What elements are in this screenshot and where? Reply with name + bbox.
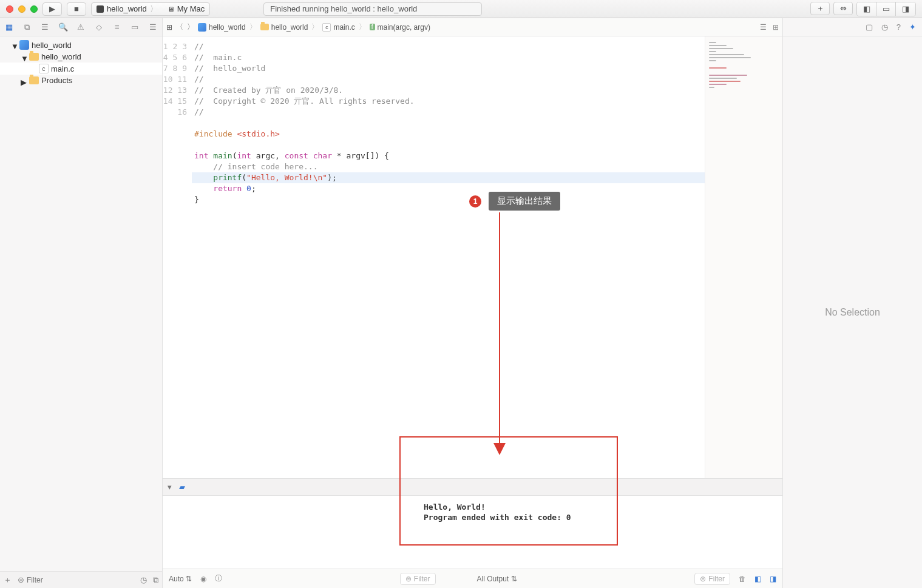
console-area: Hello, World! Program ended with exit co… xyxy=(163,496,782,569)
editor-outline-button[interactable]: ☰ xyxy=(760,23,767,32)
chevron-right-icon: 〉 xyxy=(311,22,319,32)
navigator-tabs: ▦ ⧉ ☰ 🔍 ⚠ ◇ ≡ ▭ ☰ xyxy=(0,18,162,36)
folder-icon xyxy=(29,76,39,84)
symbol-navigator-tab[interactable]: ☰ xyxy=(40,22,50,32)
project-navigator-tab[interactable]: ▦ xyxy=(4,22,14,32)
run-button[interactable]: ▶ xyxy=(42,2,62,16)
navigator-filter[interactable]: ⊜ xyxy=(18,575,134,584)
file-label: main.c xyxy=(51,64,74,73)
breakpoint-navigator-tab[interactable]: ▭ xyxy=(130,22,140,32)
window-controls xyxy=(6,5,38,13)
titlebar: ▶ ■ hello_world〉 🖥My Mac Finished runnin… xyxy=(0,0,922,18)
auto-label: Auto xyxy=(169,575,184,583)
history-inspector-tab[interactable]: ◷ xyxy=(881,22,888,32)
back-button[interactable]: 〈 xyxy=(176,22,183,32)
line-gutter: 1 2 3 4 5 6 7 8 9 10 11 12 13 14 15 16 xyxy=(163,36,192,478)
monitor-icon: 🖥 xyxy=(168,5,174,13)
report-navigator-tab[interactable]: ☰ xyxy=(148,22,158,32)
add-editor-button[interactable]: ⊞ xyxy=(773,23,779,32)
debug-bottom-bar: Auto ⇅ ◉ ⓘ ⊜Filter All Output ⇅ ⊜Filter … xyxy=(163,569,782,588)
auto-dropdown[interactable]: Auto ⇅ xyxy=(169,575,192,583)
debug-dropdown-icon[interactable]: ▾ xyxy=(168,482,172,492)
code-content[interactable]: //// main.c// hello_world//// Created by… xyxy=(192,36,705,478)
filter-placeholder: Filter xyxy=(708,575,725,583)
folder-row-products[interactable]: ▶ Products xyxy=(0,75,162,86)
breakpoint-toggle-icon[interactable]: ▰ xyxy=(179,482,185,492)
console-filter[interactable]: ⊜Filter xyxy=(694,573,730,585)
scm-icon[interactable]: ⧉ xyxy=(153,575,158,585)
attributes-inspector-tab[interactable]: ✦ xyxy=(909,22,916,32)
inspector-placeholder: No Selection xyxy=(825,307,880,318)
jumpbar-segment-project[interactable]: hello_world xyxy=(198,23,246,32)
filter-icon: ⊜ xyxy=(405,575,412,583)
zoom-window-button[interactable] xyxy=(30,5,38,13)
activity-status: Finished running hello_world : hello_wor… xyxy=(263,2,482,16)
code-review-button[interactable]: ⇔ xyxy=(833,2,853,15)
toggle-bottom-panel-button[interactable]: ▭ xyxy=(876,2,896,16)
panel-toggle-group: ◧ ▭ ◨ xyxy=(856,2,916,16)
status-text: Finished running hello_world : hello_wor… xyxy=(270,4,417,13)
info-icon[interactable]: ⓘ xyxy=(215,573,222,584)
annotation-badge: 1 xyxy=(469,195,481,208)
debug-navigator-tab[interactable]: ≡ xyxy=(112,22,122,32)
file-inspector-tab[interactable]: ▢ xyxy=(866,22,873,32)
main-area: ▦ ⧉ ☰ 🔍 ⚠ ◇ ≡ ▭ ☰ ▼ hello_world ▼ hello_… xyxy=(0,18,922,588)
minimize-window-button[interactable] xyxy=(18,5,25,13)
related-items-button[interactable]: ⊞ xyxy=(166,23,172,32)
test-navigator-tab[interactable]: ◇ xyxy=(94,22,104,32)
close-window-button[interactable] xyxy=(6,5,13,13)
console-output[interactable]: Hello, World! Program ended with exit co… xyxy=(163,496,782,569)
jumpbar-label: main.c xyxy=(333,23,354,32)
file-row-main-c[interactable]: c main.c xyxy=(0,63,162,75)
variables-filter[interactable]: ⊜Filter xyxy=(400,573,436,585)
find-navigator-tab[interactable]: 🔍 xyxy=(58,22,68,32)
jumpbar-segment-folder[interactable]: hello_world xyxy=(260,23,308,32)
folder-label: hello_world xyxy=(41,52,81,61)
code-editor[interactable]: 1 2 3 4 5 6 7 8 9 10 11 12 13 14 15 16 /… xyxy=(163,36,705,478)
trash-icon[interactable]: 🗑 xyxy=(739,575,746,583)
jumpbar-segment-file[interactable]: cmain.c xyxy=(322,23,354,32)
jumpbar-segment-symbol[interactable]: fmain(argc, argv) xyxy=(370,23,430,32)
folder-row-hello-world[interactable]: ▼ hello_world xyxy=(0,51,162,63)
scheme-device-label: My Mac xyxy=(177,4,205,13)
output-dropdown[interactable]: All Output ⇅ xyxy=(477,575,517,583)
jumpbar-label: hello_world xyxy=(209,23,246,32)
annotation-tooltip: 显示输出结果 xyxy=(489,192,560,211)
issue-navigator-tab[interactable]: ⚠ xyxy=(76,22,86,32)
stop-button[interactable]: ■ xyxy=(67,2,86,16)
scheme-project-label: hello_world xyxy=(107,4,147,13)
debug-bar: ▾ ▰ xyxy=(163,479,782,496)
project-icon xyxy=(19,40,29,50)
eye-icon[interactable]: ◉ xyxy=(200,575,206,583)
disclosure-icon[interactable]: ▶ xyxy=(21,78,27,84)
split-left-icon[interactable]: ◧ xyxy=(754,575,761,583)
inspector-panel: ▢ ◷ ? ✦ No Selection xyxy=(782,18,922,588)
clock-icon[interactable]: ◷ xyxy=(140,575,147,584)
project-root-row[interactable]: ▼ hello_world xyxy=(0,39,162,51)
console-line: Program ended with exit code: 0 xyxy=(424,513,571,522)
project-root-label: hello_world xyxy=(32,41,72,50)
scheme-selector[interactable]: hello_world〉 🖥My Mac xyxy=(91,2,210,16)
target-icon xyxy=(97,5,104,13)
toggle-left-panel-button[interactable]: ◧ xyxy=(857,2,876,16)
navigator-panel: ▦ ⧉ ☰ 🔍 ⚠ ◇ ≡ ▭ ☰ ▼ hello_world ▼ hello_… xyxy=(0,18,163,588)
source-control-navigator-tab[interactable]: ⧉ xyxy=(22,22,32,32)
folder-label: Products xyxy=(41,76,72,85)
inspector-tabs: ▢ ◷ ? ✦ xyxy=(783,18,922,36)
c-file-icon: c xyxy=(322,23,331,32)
jump-bar: ⊞ 〈 〉 hello_world 〉 hello_world 〉 cmain.… xyxy=(163,18,782,36)
toggle-right-panel-button[interactable]: ◨ xyxy=(896,2,915,16)
add-button[interactable]: ＋ xyxy=(4,575,12,586)
minimap[interactable] xyxy=(705,36,782,478)
split-right-icon[interactable]: ◨ xyxy=(770,575,776,583)
forward-button[interactable]: 〉 xyxy=(187,22,194,32)
disclosure-icon[interactable]: ▼ xyxy=(21,54,27,60)
library-plus-button[interactable]: ＋ xyxy=(810,2,830,15)
function-icon: f xyxy=(370,24,375,30)
jumpbar-label: hello_world xyxy=(271,23,308,32)
help-inspector-tab[interactable]: ? xyxy=(897,22,901,32)
navigator-filter-input[interactable] xyxy=(27,576,134,584)
disclosure-icon[interactable]: ▼ xyxy=(11,42,17,48)
editor-area: ⊞ 〈 〉 hello_world 〉 hello_world 〉 cmain.… xyxy=(163,18,782,588)
folder-icon xyxy=(29,53,39,61)
